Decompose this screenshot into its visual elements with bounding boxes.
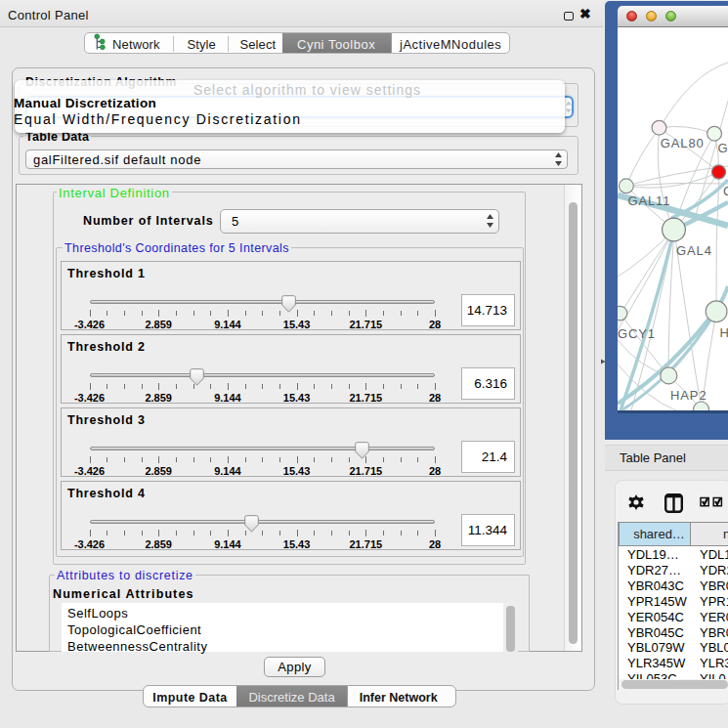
svg-text:GA: GA — [718, 141, 728, 155]
svg-text:GAL80: GAL80 — [661, 136, 705, 150]
svg-text:GAL11: GAL11 — [627, 193, 670, 208]
svg-text:GCY1: GCY1 — [618, 326, 656, 341]
svg-text:H: H — [720, 325, 728, 340]
svg-text:C: C — [723, 184, 728, 198]
svg-text:HAP2: HAP2 — [670, 388, 707, 403]
svg-text:GAL4: GAL4 — [676, 243, 712, 258]
